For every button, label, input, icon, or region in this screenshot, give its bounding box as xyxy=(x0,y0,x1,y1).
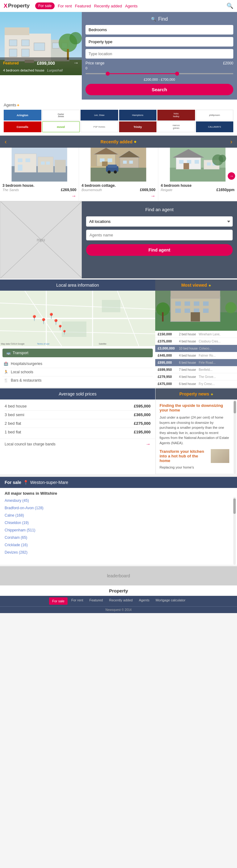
bars-link[interactable]: 🍴 Bars & restaurants xyxy=(2,376,153,384)
nav-featured[interactable]: Featured xyxy=(75,4,91,8)
town-8[interactable]: Devizes (282) xyxy=(5,549,232,556)
footer-nav-for-sale[interactable]: For sale xyxy=(49,597,67,605)
footer-nav-featured[interactable]: Featured xyxy=(86,596,106,606)
mv-item-6[interactable]: £699,950 7 bed house Benfield... xyxy=(155,366,237,373)
agents-title: Agents◈ xyxy=(4,103,233,107)
news-article-1-title[interactable]: Finding the upside to downsizing your ho… xyxy=(159,403,233,412)
mpu-box: mpu xyxy=(0,201,82,278)
nav-for-sale[interactable]: For sale xyxy=(35,2,55,9)
property-news-title: Property news ◈ xyxy=(155,389,237,400)
town-7[interactable]: Cricklade (16) xyxy=(5,541,232,549)
agent-logo[interactable]: Lee, Shaw xyxy=(81,110,118,121)
mv-item-7[interactable]: £279,950 4 bed house The Grove... xyxy=(155,373,237,380)
price-row-2: 3 bed semi £365,000 xyxy=(5,410,151,419)
footer-nav-for-rent[interactable]: For rent xyxy=(68,596,86,606)
svg-rect-81 xyxy=(184,302,190,306)
property-arrow-1[interactable]: → xyxy=(71,193,76,198)
header: X Property For sale For rent Featured Re… xyxy=(0,0,237,12)
town-9[interactable]: Highworth (6) xyxy=(5,563,232,565)
hero-image-container[interactable]: Featured £899,000 → 4 bedroom detached h… xyxy=(0,12,82,75)
price-value-4: £195,000 xyxy=(134,430,151,434)
scrollbar[interactable] xyxy=(233,497,236,565)
mv-item-1[interactable]: £150,000 2 bed house Wineham Lane, xyxy=(155,331,237,338)
recently-added-next[interactable]: › xyxy=(230,138,232,145)
agent-logo[interactable]: CALLAWAYS xyxy=(196,121,234,132)
agent-logo[interactable]: PSP Homes xyxy=(81,121,118,132)
bus-icon: 🚌 xyxy=(6,351,11,355)
mv-item-4[interactable]: £445,000 4 bed house Falmer Ro... xyxy=(155,352,237,359)
svg-point-15 xyxy=(69,32,82,44)
svg-rect-20 xyxy=(55,160,66,172)
agent-logo[interactable]: movel xyxy=(42,121,80,132)
council-tax-link[interactable]: Local council tax charge bands → xyxy=(0,439,155,450)
search-icon[interactable]: 🔍 xyxy=(227,2,233,9)
nav-for-rent[interactable]: For rent xyxy=(58,4,72,8)
agent-trinity-logo[interactable]: Trinity xyxy=(119,121,157,132)
hero-price: £899,000 xyxy=(37,61,55,66)
town-5[interactable]: Chippenham (511) xyxy=(5,526,232,534)
location-pin-icon: 📍 xyxy=(23,480,28,485)
location-input[interactable] xyxy=(86,49,233,59)
price-label-4: 1 bed flat xyxy=(5,430,21,434)
footer-nav-agents[interactable]: Agents xyxy=(136,596,152,606)
schools-link[interactable]: 🏃 Local schools xyxy=(2,368,153,376)
mv-price-5: £895,000 xyxy=(158,361,178,364)
footer-nav-mortgage[interactable]: Mortgage calculator xyxy=(152,596,188,606)
price-slider[interactable] xyxy=(86,71,233,76)
news-article-2-title[interactable]: Transform your kitchen into a hot hub of… xyxy=(159,449,208,463)
most-viewed-image[interactable] xyxy=(155,291,237,331)
property-type-select[interactable]: Property type xyxy=(86,37,233,46)
mpu-label: mpu xyxy=(37,237,45,242)
mv-item-8[interactable]: £475,000 6 bed house Fry Cresc... xyxy=(155,380,237,387)
hero-arrow[interactable]: → xyxy=(73,60,79,66)
agent-logo[interactable]: Connells xyxy=(4,121,41,132)
agent-name-input[interactable] xyxy=(86,230,233,241)
bedrooms-select[interactable]: Bedrooms xyxy=(86,25,233,34)
transport-button[interactable]: 🚌 Transport xyxy=(2,349,153,357)
find-title: 🔍 Find xyxy=(86,16,233,22)
mv-price-2: £375,000 xyxy=(158,339,178,343)
mv-item-2[interactable]: £375,000 4 bed house Cissbury Cres... xyxy=(155,338,237,345)
recently-added-prev[interactable]: ‹ xyxy=(5,138,7,145)
property-arrow-2[interactable]: → xyxy=(151,193,155,198)
property-card-2[interactable]: 4 bedroom cottage. Bournemouth £669,500 … xyxy=(79,148,158,201)
agent-logo[interactable]: phillipmann xyxy=(196,110,234,121)
mv-item-3[interactable]: £3,000,000 10 bed house Colwoo... xyxy=(155,345,237,352)
svg-rect-41 xyxy=(91,166,106,168)
property-arrow-circle-3[interactable]: → xyxy=(228,172,235,180)
svg-rect-8 xyxy=(22,49,29,57)
for-sale-subtitle: All major towns in Wiltshire xyxy=(0,488,237,497)
svg-rect-10 xyxy=(53,43,59,49)
search-button[interactable]: Search xyxy=(86,84,233,95)
find-agent-button[interactable]: Find agent xyxy=(86,244,233,256)
agent-logo[interactable]: Hamptons xyxy=(119,110,157,121)
agent-logo[interactable]: CarterJonas xyxy=(42,110,80,121)
map-container[interactable]: 📍 📍 📍 📍 📍 📍 Map data ©2014 Google Terms … xyxy=(0,291,155,346)
for-sale-header: For sale 📍 Weston-super-Mare xyxy=(0,477,237,488)
property-card-3[interactable]: → 4 bedroom house Reigate £1650ppm xyxy=(158,148,237,201)
town-2[interactable]: Bradford-on-Avon (128) xyxy=(5,504,232,512)
mv-price-7: £279,950 xyxy=(158,375,178,378)
scrollbar-thumb[interactable] xyxy=(233,498,236,514)
town-6[interactable]: Corsham (65) xyxy=(5,534,232,541)
nav-agents[interactable]: Agents xyxy=(125,4,137,8)
agent-logo[interactable]: marcusgrimes xyxy=(157,121,195,132)
hospitals-link[interactable]: 🏥 Hospitals/surgeries xyxy=(2,360,153,368)
agent-logo[interactable]: hickshadley xyxy=(157,110,195,121)
svg-text:📍: 📍 xyxy=(31,315,38,321)
footer-nav-recently-added[interactable]: Recently added xyxy=(106,596,136,606)
mv-item-5[interactable]: £895,000 6 bed house Firle Road... xyxy=(155,359,237,366)
location-select[interactable]: All locations xyxy=(86,216,233,226)
town-4[interactable]: Chiseldon (19) xyxy=(5,519,232,526)
svg-point-39 xyxy=(108,170,111,174)
svg-rect-3 xyxy=(5,27,29,35)
price-value-1: £595,000 xyxy=(134,404,151,408)
town-3[interactable]: Calne (168) xyxy=(5,512,232,519)
property-card-1[interactable]: 3 bedroom house. The Sands £269,500 → xyxy=(0,148,79,201)
town-1[interactable]: Amesbury (45) xyxy=(5,497,232,504)
price-value-2: £365,000 xyxy=(134,412,151,417)
svg-text:Satellite: Satellite xyxy=(99,343,107,345)
agent-logo[interactable]: Arington xyxy=(4,110,41,121)
mv-beds-8: 6 bed house xyxy=(179,382,198,385)
nav-recently-added[interactable]: Recently added xyxy=(94,4,122,8)
